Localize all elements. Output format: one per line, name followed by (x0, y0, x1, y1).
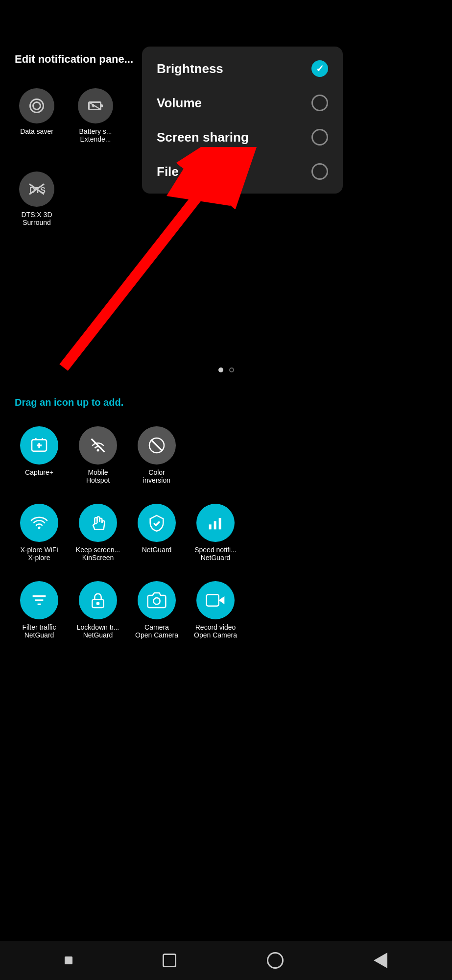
lockdown-item[interactable]: Lockdown tr...NetGuard (73, 581, 122, 639)
brightness-radio[interactable] (311, 60, 328, 77)
capture-plus-icon (29, 436, 49, 455)
color-inversion-icon-circle (138, 426, 176, 465)
speed-notifi-label: Speed notifi...NetGuard (194, 546, 237, 562)
mobile-hotspot-label: MobileHotspot (86, 468, 110, 484)
svg-point-0 (30, 99, 44, 113)
svg-point-27 (153, 598, 160, 604)
brightness-option[interactable]: Brightness (142, 51, 343, 86)
record-video-item[interactable]: Record videoOpen Camera (191, 581, 240, 639)
xplore-wifi-icon-circle (20, 504, 58, 542)
dtsx-item[interactable]: DTS DTS:X 3DSurround (15, 172, 59, 226)
kinscreen-label: Keep screen...KinScreen (76, 546, 120, 562)
speed-notifi-item[interactable]: Speed notifi...NetGuard (191, 504, 240, 562)
svg-marker-28 (219, 596, 225, 605)
filter-traffic-label: Filter trafficNetGuard (23, 623, 56, 639)
navigation-bar (0, 941, 452, 980)
nav-dot-icon (65, 956, 72, 964)
wifi-icon (29, 513, 49, 533)
available-icons-row-1: Capture+ MobileHotspot Colorinversio (15, 426, 437, 484)
file-sharing-radio[interactable] (311, 163, 328, 180)
xplore-wifi-label: X-plore WiFiX-plore (20, 546, 58, 562)
svg-rect-21 (219, 518, 221, 529)
svg-point-26 (96, 602, 100, 605)
drag-instruction: Drag an icon up to add. (15, 397, 123, 408)
svg-rect-19 (209, 524, 212, 529)
back-icon (374, 953, 387, 968)
volume-radio[interactable] (311, 95, 328, 111)
brightness-label: Brightness (157, 61, 223, 76)
battery-saver-label: Battery s...Extende... (79, 127, 112, 143)
home-icon (267, 952, 284, 969)
xplore-wifi-item[interactable]: X-plore WiFiX-plore (15, 504, 64, 562)
lockdown-icon-circle (79, 581, 117, 619)
data-saver-label: Data saver (20, 127, 53, 135)
kinscreen-icon-circle (79, 504, 117, 542)
available-icons-row-3: Filter trafficNetGuard Lockdown tr...Net… (15, 581, 437, 639)
camera-icon (147, 590, 167, 610)
svg-line-17 (151, 440, 162, 451)
color-inversion-item[interactable]: Colorinversion (132, 426, 181, 484)
recents-icon (163, 954, 176, 967)
netguard-item[interactable]: NetGuard (132, 504, 181, 562)
screen-sharing-option[interactable]: Screen sharing (142, 120, 343, 154)
mobile-hotspot-item[interactable]: MobileHotspot (73, 426, 122, 484)
camera-item[interactable]: CameraOpen Camera (132, 581, 181, 639)
mobile-hotspot-icon (88, 436, 108, 455)
filter-icon (29, 590, 49, 610)
camera-label: CameraOpen Camera (135, 623, 178, 639)
battery-saver-icon (87, 97, 104, 115)
svg-rect-29 (207, 594, 219, 606)
mobile-hotspot-icon-circle (79, 426, 117, 465)
filter-traffic-icon-circle (20, 581, 58, 619)
nav-home-button[interactable] (267, 952, 284, 969)
battery-saver-icon-circle (78, 88, 113, 123)
dropdown-popup: Brightness Volume Screen sharing File sh… (142, 47, 343, 194)
data-saver-icon (28, 97, 46, 115)
netguard-icon-circle (138, 504, 176, 542)
data-saver-item[interactable]: Data saver (15, 88, 59, 143)
battery-saver-item[interactable]: Battery s...Extende... (73, 88, 118, 143)
netguard-label: NetGuard (142, 546, 172, 554)
square-dot-icon (65, 956, 72, 964)
svg-point-1 (33, 102, 41, 110)
camera-icon-circle (138, 581, 176, 619)
screen-sharing-radio[interactable] (311, 129, 328, 146)
file-sharing-option[interactable]: File sharing (142, 154, 343, 189)
dtsx-icon: DTS (28, 180, 46, 198)
second-row-icons: DTS DTS:X 3DSurround (15, 172, 59, 226)
lockdown-icon (88, 590, 108, 610)
volume-label: Volume (157, 96, 202, 111)
speed-notifi-icon-circle (196, 504, 235, 542)
available-icons-row-2: X-plore WiFiX-plore Keep screen...KinScr… (15, 504, 437, 562)
record-video-icon-circle (196, 581, 235, 619)
kinscreen-item[interactable]: Keep screen...KinScreen (73, 504, 122, 562)
screen-sharing-label: Screen sharing (157, 130, 249, 145)
svg-point-14 (97, 449, 99, 452)
nav-recents-button[interactable] (163, 954, 176, 967)
volume-option[interactable]: Volume (142, 86, 343, 120)
color-inversion-icon (147, 436, 167, 455)
svg-rect-20 (214, 521, 216, 530)
svg-line-6 (89, 102, 101, 110)
svg-point-18 (38, 527, 41, 529)
netguard-icon (147, 513, 167, 533)
top-icons-row: Data saver Battery s...Extende... (15, 88, 118, 143)
available-icons-section: Capture+ MobileHotspot Colorinversio (15, 426, 437, 659)
capture-plus-label: Capture+ (25, 468, 53, 476)
hand-icon (88, 513, 108, 533)
filter-traffic-item[interactable]: Filter trafficNetGuard (15, 581, 64, 639)
dtsx-label: DTS:X 3DSurround (21, 211, 52, 226)
file-sharing-label: File sharing (157, 164, 228, 179)
capture-plus-icon-circle (20, 426, 58, 465)
dot-2 (229, 368, 234, 372)
lockdown-label: Lockdown tr...NetGuard (77, 623, 119, 639)
dot-1 (218, 368, 223, 372)
speed-icon (206, 513, 225, 533)
capture-plus-item[interactable]: Capture+ (15, 426, 64, 484)
nav-back-button[interactable] (374, 953, 387, 968)
edit-notification-title: Edit notification pane... (15, 53, 133, 66)
record-video-label: Record videoOpen Camera (194, 623, 237, 639)
data-saver-icon-circle (19, 88, 54, 123)
dtsx-icon-circle: DTS (19, 172, 54, 207)
color-inversion-label: Colorinversion (143, 468, 170, 484)
